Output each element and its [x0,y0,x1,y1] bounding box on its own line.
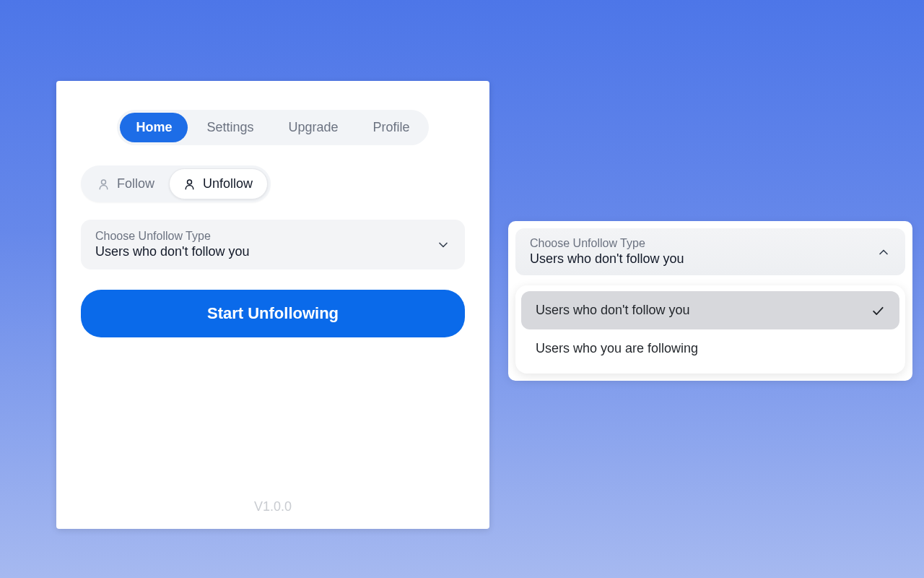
mode-segmented-control: Follow Unfollow [81,165,271,202]
dropdown-header[interactable]: Choose Unfollow Type Users who don't fol… [515,228,905,275]
check-icon [871,303,885,318]
tab-settings[interactable]: Settings [191,113,269,142]
start-unfollowing-button[interactable]: Start Unfollowing [81,290,465,337]
dropdown-value: Users who don't follow you [530,251,684,267]
dropdown-label: Choose Unfollow Type [95,230,250,243]
nav-tabs: Home Settings Upgrade Profile [117,110,428,145]
chevron-down-icon [436,238,450,252]
unfollow-type-dropdown-expanded: Choose Unfollow Type Users who don't fol… [508,221,912,381]
tab-profile[interactable]: Profile [357,113,426,142]
dropdown-value: Users who don't follow you [95,244,250,259]
unfollow-type-dropdown[interactable]: Choose Unfollow Type Users who don't fol… [81,220,465,269]
chevron-up-icon [876,245,891,259]
tab-home[interactable]: Home [120,113,188,142]
dropdown-option-following[interactable]: Users who you are following [521,329,899,368]
person-icon [98,178,111,191]
mode-follow[interactable]: Follow [84,169,169,199]
dropdown-label: Choose Unfollow Type [530,237,684,250]
version-label: V1.0.0 [254,499,292,514]
mode-follow-label: Follow [117,176,154,191]
tab-upgrade[interactable]: Upgrade [272,113,354,142]
svg-point-1 [188,180,192,184]
svg-point-0 [102,180,106,184]
dropdown-text: Choose Unfollow Type Users who don't fol… [95,230,250,259]
main-app-panel: Home Settings Upgrade Profile Follow Unf… [56,81,489,529]
dropdown-option-nonfollowers[interactable]: Users who don't follow you [521,291,899,329]
mode-unfollow-label: Unfollow [203,176,253,191]
mode-unfollow[interactable]: Unfollow [169,168,268,199]
option-label: Users who don't follow you [536,303,690,318]
option-label: Users who you are following [536,341,698,356]
dropdown-header-text: Choose Unfollow Type Users who don't fol… [530,237,684,267]
dropdown-options-list: Users who don't follow you Users who you… [515,285,905,374]
person-icon [184,178,197,191]
